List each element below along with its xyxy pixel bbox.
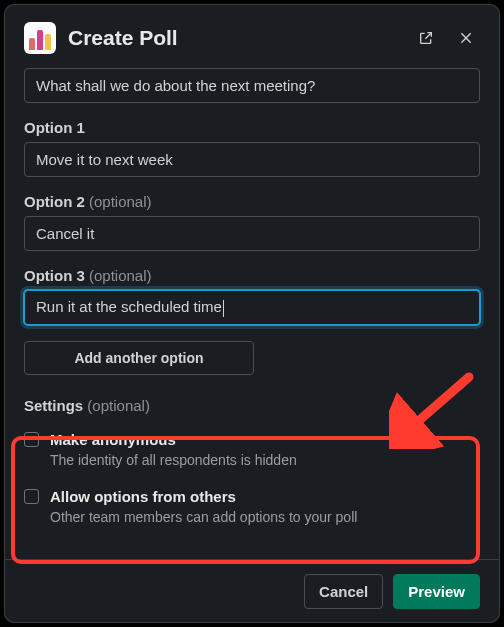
option-label-text: Option 2 bbox=[24, 193, 85, 210]
option-label: Option 3 (optional) bbox=[24, 267, 480, 284]
setting-text: Make anonymousThe identity of all respon… bbox=[50, 430, 480, 471]
option-label: Option 1 bbox=[24, 119, 480, 136]
option-input[interactable] bbox=[24, 142, 480, 177]
setting-text: Allow options from othersOther team memb… bbox=[50, 487, 480, 528]
modal: Create Poll Option 1Option 2 (optional)O… bbox=[4, 4, 500, 623]
option-input[interactable] bbox=[24, 216, 480, 251]
setting-checkbox[interactable] bbox=[24, 489, 39, 504]
modal-header: Create Poll bbox=[4, 4, 500, 68]
close-icon[interactable] bbox=[452, 24, 480, 52]
setting-row: Make anonymousThe identity of all respon… bbox=[24, 424, 480, 481]
modal-title: Create Poll bbox=[68, 26, 400, 50]
option-label-optional: (optional) bbox=[85, 267, 152, 284]
setting-description: The identity of all respondents is hidde… bbox=[50, 451, 480, 471]
setting-description: Other team members can add options to yo… bbox=[50, 508, 480, 528]
option-label: Option 2 (optional) bbox=[24, 193, 480, 210]
app-logo-icon bbox=[24, 22, 56, 54]
preview-button[interactable]: Preview bbox=[393, 574, 480, 609]
option-label-text: Option 1 bbox=[24, 119, 85, 136]
setting-title: Make anonymous bbox=[50, 430, 480, 450]
question-input[interactable] bbox=[24, 68, 480, 103]
option-label-optional: (optional) bbox=[85, 193, 152, 210]
settings-list: Make anonymousThe identity of all respon… bbox=[24, 424, 480, 538]
modal-body: Option 1Option 2 (optional)Option 3 (opt… bbox=[4, 68, 500, 559]
open-external-icon[interactable] bbox=[412, 24, 440, 52]
setting-title: Allow options from others bbox=[50, 487, 480, 507]
setting-checkbox[interactable] bbox=[24, 432, 39, 447]
options-list: Option 1Option 2 (optional)Option 3 (opt… bbox=[24, 119, 480, 325]
cancel-button[interactable]: Cancel bbox=[304, 574, 383, 609]
settings-heading-text: Settings bbox=[24, 397, 83, 414]
settings-heading-optional: (optional) bbox=[83, 397, 150, 414]
settings-heading: Settings (optional) bbox=[24, 397, 480, 414]
setting-row: Allow options from othersOther team memb… bbox=[24, 481, 480, 538]
option-input[interactable] bbox=[24, 290, 480, 325]
option-label-text: Option 3 bbox=[24, 267, 85, 284]
modal-footer: Cancel Preview bbox=[4, 559, 500, 623]
add-option-button[interactable]: Add another option bbox=[24, 341, 254, 375]
